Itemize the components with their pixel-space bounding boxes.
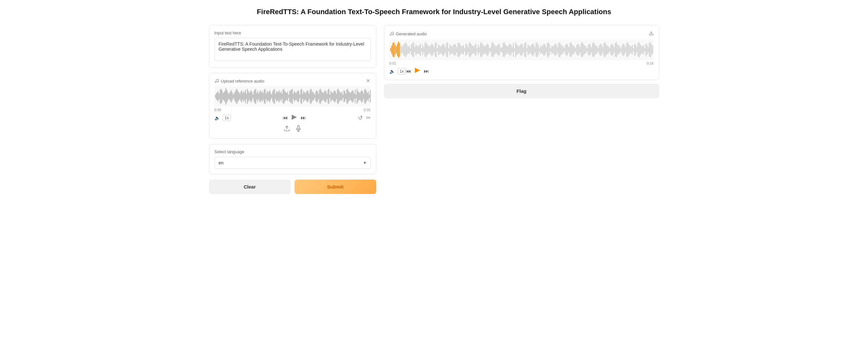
svg-rect-192 (411, 45, 411, 55)
svg-rect-385 (629, 46, 630, 54)
svg-rect-341 (580, 47, 580, 52)
svg-rect-118 (324, 92, 324, 101)
svg-rect-261 (489, 48, 490, 52)
svg-rect-61 (270, 93, 271, 100)
svg-rect-160 (363, 94, 364, 99)
svg-rect-338 (576, 45, 577, 55)
svg-rect-98 (305, 93, 306, 100)
play-button[interactable] (292, 115, 297, 121)
svg-rect-144 (348, 91, 349, 102)
svg-rect-372 (615, 43, 616, 57)
page-title: FireRedTTS: A Foundation Text-To-Speech … (10, 8, 858, 16)
svg-rect-362 (603, 43, 604, 57)
microphone-icon (295, 125, 302, 132)
svg-rect-286 (518, 46, 518, 54)
svg-rect-142 (346, 90, 347, 103)
svg-rect-163 (366, 91, 367, 102)
gen-waveform (390, 39, 654, 60)
flag-button[interactable]: Flag (384, 84, 659, 98)
svg-rect-313 (548, 42, 549, 58)
svg-rect-97 (304, 92, 305, 101)
svg-rect-120 (326, 91, 327, 102)
svg-rect-323 (559, 42, 560, 58)
svg-rect-86 (293, 91, 294, 102)
svg-rect-140 (344, 91, 345, 102)
svg-rect-149 (353, 91, 353, 102)
svg-rect-27 (238, 92, 239, 101)
gen-rewind-button[interactable]: ⏮ (406, 68, 411, 74)
svg-rect-49 (259, 92, 259, 101)
svg-rect-298 (531, 45, 532, 55)
svg-rect-368 (610, 45, 611, 55)
svg-rect-257 (484, 46, 485, 53)
svg-rect-374 (617, 44, 618, 55)
download-button[interactable] (649, 31, 654, 37)
svg-rect-138 (342, 95, 343, 98)
svg-rect-15 (227, 92, 228, 101)
upload-button[interactable] (284, 125, 290, 133)
svg-rect-399 (646, 44, 646, 56)
svg-rect-50 (260, 90, 260, 102)
svg-rect-301 (534, 47, 535, 52)
microphone-button[interactable] (295, 125, 302, 133)
svg-rect-180 (397, 44, 398, 56)
svg-rect-325 (561, 46, 562, 54)
gen-speed-badge[interactable]: 1x (398, 68, 406, 74)
svg-point-171 (390, 34, 391, 36)
svg-rect-346 (585, 46, 586, 53)
svg-rect-314 (549, 44, 550, 55)
reset-button[interactable]: ↺ (358, 114, 363, 121)
svg-rect-256 (484, 46, 484, 54)
svg-rect-154 (358, 91, 358, 102)
svg-rect-26 (237, 91, 238, 102)
svg-rect-333 (570, 42, 571, 58)
clear-button[interactable]: Clear (209, 179, 291, 194)
svg-rect-5 (218, 91, 218, 102)
svg-rect-263 (491, 43, 492, 57)
svg-rect-342 (581, 43, 582, 57)
svg-rect-34 (245, 90, 246, 103)
cut-button[interactable]: ✂ (366, 114, 371, 121)
svg-rect-382 (626, 43, 627, 57)
svg-rect-343 (582, 42, 582, 58)
text-input[interactable]: FireRedTTS: A Foundation Text-To-Speech … (215, 38, 371, 61)
svg-rect-292 (524, 43, 525, 57)
fast-forward-button[interactable]: ⏭ (301, 115, 306, 121)
svg-rect-237 (462, 46, 462, 53)
svg-rect-379 (623, 44, 623, 56)
svg-rect-360 (601, 45, 602, 55)
svg-rect-396 (642, 46, 643, 53)
svg-rect-306 (540, 46, 540, 54)
svg-rect-361 (602, 47, 603, 52)
svg-rect-365 (607, 46, 608, 54)
gen-time-row: 0:01 0:16 (390, 61, 654, 65)
svg-rect-128 (333, 92, 334, 101)
svg-rect-251 (477, 45, 478, 55)
svg-rect-115 (321, 91, 321, 102)
svg-rect-356 (596, 46, 597, 53)
gen-label: Generated audio (390, 32, 427, 36)
submit-button[interactable]: Submit (294, 179, 376, 194)
close-button[interactable]: ✕ (365, 78, 371, 83)
gen-play-button[interactable] (415, 68, 420, 74)
language-select[interactable]: en zh ja ko fr de es (215, 157, 371, 169)
svg-rect-262 (490, 47, 491, 52)
svg-rect-123 (328, 89, 329, 104)
rewind-button[interactable]: ⏮ (283, 115, 288, 121)
svg-rect-66 (275, 94, 276, 99)
svg-rect-104 (311, 89, 311, 104)
svg-point-1 (217, 81, 218, 82)
svg-rect-270 (499, 45, 500, 55)
controls-row: 🔈 1x ⏮ ⏭ ↺ ✂ (215, 114, 371, 121)
gen-fast-forward-button[interactable]: ⏭ (424, 68, 429, 74)
main-layout: Input text here FireRedTTS: A Foundation… (209, 25, 659, 194)
svg-rect-39 (250, 92, 250, 101)
svg-rect-318 (554, 45, 554, 55)
svg-rect-132 (337, 90, 338, 103)
svg-rect-2 (215, 95, 215, 98)
speed-badge[interactable]: 1x (222, 115, 231, 121)
svg-rect-156 (360, 93, 360, 100)
svg-rect-175 (391, 46, 392, 54)
svg-rect-371 (614, 47, 614, 52)
svg-rect-119 (325, 90, 326, 102)
